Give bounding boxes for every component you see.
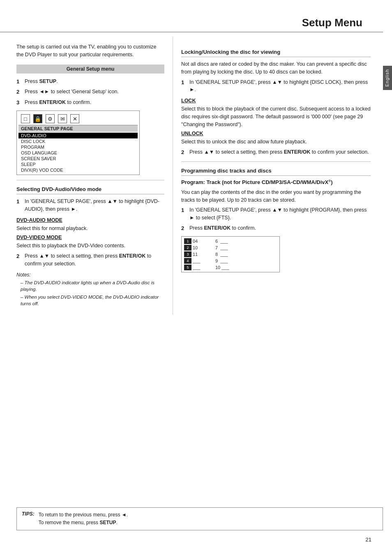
icon-envelope: ✉	[58, 114, 67, 123]
page-number: 21	[366, 537, 371, 543]
page-header: Setup Menu	[0, 16, 383, 32]
step-2: 2 Press ◄► to select 'General Setup' ico…	[16, 88, 164, 96]
dvd-step-2: 2 Press ▲▼ to select a setting, then pre…	[16, 252, 164, 268]
menu-item-divx: DIVX(R) VOD CODE	[18, 167, 138, 173]
setup-menu-image: □ 🔒 ⚙ ✉ ✕ GENERAL SETUP PAGE DVD-AUDIO D…	[16, 111, 140, 175]
menu-item-screen-saver: SCREEN SAVER	[18, 156, 138, 161]
prog-cell-8: 8 ___	[215, 251, 246, 257]
right-column: Locking/Unlocking the disc for viewing N…	[173, 37, 383, 315]
menu-item-disc-lock: DISC LOCK	[18, 138, 138, 144]
left-column: The setup is carried out via the TV, ena…	[0, 37, 173, 315]
programming-steps: 1 In 'GENERAL SETUP PAGE', press ▲▼ to h…	[181, 206, 371, 232]
notes-title: Notes:	[16, 272, 164, 278]
dvd-audio-mode-text: Select this for normal playback.	[16, 225, 164, 233]
dvd-audio-mode-heading: DVD-AUDIO MODE	[16, 217, 164, 223]
dvd-video-mode-text: Select this to playback the DVD-Video co…	[16, 242, 164, 250]
prog-cell-7: 7 ___	[215, 245, 246, 251]
content-area: The setup is carried out via the TV, ena…	[0, 37, 383, 315]
tips-label: TIPS:	[22, 511, 35, 517]
menu-label: GENERAL SETUP PAGE	[18, 125, 138, 132]
step-3: 3 Press ENTER/OK to confirm.	[16, 99, 164, 107]
prog-cell-3: 3 11	[184, 251, 214, 257]
locking-steps: 1 In 'GENERAL SETUP PAGE', press ▲▼ to h…	[181, 78, 371, 94]
program-grid: 1 04 6 ___ 2 10 7 ___	[184, 238, 277, 270]
menu-item-sleep: SLEEP	[18, 161, 138, 167]
dvd-video-mode-heading: DVD-VIDEO MODE	[16, 235, 164, 240]
prog-step-1: 1 In 'GENERAL SETUP PAGE', press ▲▼ to h…	[181, 206, 371, 222]
programming-intro: You can play the contents of the disc in…	[181, 189, 371, 204]
prog-cell-6: 6 ___	[215, 238, 246, 244]
dvd-step-1: 1 In 'GENERAL SETUP PAGE', press ▲▼ to h…	[16, 198, 164, 213]
note-1: The DVD-AUDIO indicator lights up when a…	[21, 279, 164, 292]
dvd-audio-step2: 2 Press ▲▼ to select a setting, then pre…	[16, 252, 164, 268]
menu-item-dvd-audio: DVD-AUDIO	[18, 133, 138, 138]
program-subtitle: Program: Track (not for Picture CD/MP3/S…	[181, 179, 371, 185]
notes-list: The DVD-AUDIO indicator lights up when a…	[16, 279, 164, 307]
prog-cell-9: 9 ___	[215, 258, 246, 264]
program-track-image: 1 04 6 ___ 2 10 7 ___	[181, 236, 280, 272]
general-setup-steps: 1 Press SETUP. 2 Press ◄► to select 'Gen…	[16, 78, 164, 107]
tips-line-1: To return to the previous menu, press ◄.	[39, 511, 128, 519]
tips-box: TIPS: To return to the previous menu, pr…	[16, 507, 383, 530]
tips-content: To return to the previous menu, press ◄.…	[39, 511, 128, 527]
locking-step-1: 1 In 'GENERAL SETUP PAGE', press ▲▼ to h…	[181, 78, 371, 94]
lock-text: Select this to block the playback of the…	[181, 105, 371, 128]
notes-section: Notes: The DVD-AUDIO indicator lights up…	[16, 272, 164, 307]
lock-heading: LOCK	[181, 98, 371, 104]
menu-item-program: PROGRAM	[18, 144, 138, 150]
prog-cell-4: 4 ___	[184, 258, 214, 264]
prog-cell-1: 1 04	[184, 238, 214, 244]
programming-section-title: Programming disc tracks and discs	[181, 168, 371, 176]
icon-close: ✕	[70, 114, 79, 123]
tips-line-2: To remove the menu, press SETUP.	[39, 519, 128, 527]
prog-cell-2: 2 10	[184, 245, 214, 251]
locking-step-2: 2 Press ▲▼ to select a setting, then pre…	[181, 148, 371, 157]
dvd-audio-steps: 1 In 'GENERAL SETUP PAGE', press ▲▼ to h…	[16, 198, 164, 213]
page-title: Setup Menu	[0, 16, 362, 29]
intro-text: The setup is carried out via the TV, ena…	[16, 43, 164, 59]
general-setup-header: General Setup menu	[16, 64, 164, 74]
english-tab: English	[383, 66, 392, 90]
unlock-heading: UNLOCK	[181, 131, 371, 136]
locking-intro: Not all discs are rated or coded by the …	[181, 60, 371, 76]
prog-cell-5: 5 ___	[184, 265, 214, 270]
step-1: 1 Press SETUP.	[16, 78, 164, 86]
locking-step2-list: 2 Press ▲▼ to select a setting, then pre…	[181, 148, 371, 157]
prog-step-2: 2 Press ENTER/OK to confirm.	[181, 224, 371, 233]
dvd-audio-section-title: Selecting DVD-Audio/Video mode	[16, 186, 164, 194]
unlock-text: Select this to unlock the disc and allow…	[181, 138, 371, 146]
icon-page: □	[21, 114, 30, 123]
note-2: When you select DVD-VIDEO MODE, the DVD-…	[21, 294, 164, 307]
prog-cell-10: 10 ___	[215, 265, 246, 270]
setup-icon-row: □ 🔒 ⚙ ✉ ✕	[18, 113, 138, 125]
menu-item-osd-language: OSD LANGUAGE	[18, 150, 138, 156]
icon-lock: 🔒	[33, 114, 42, 123]
icon-gear: ⚙	[46, 114, 55, 123]
locking-section-title: Locking/Unlocking the disc for viewing	[181, 49, 371, 57]
